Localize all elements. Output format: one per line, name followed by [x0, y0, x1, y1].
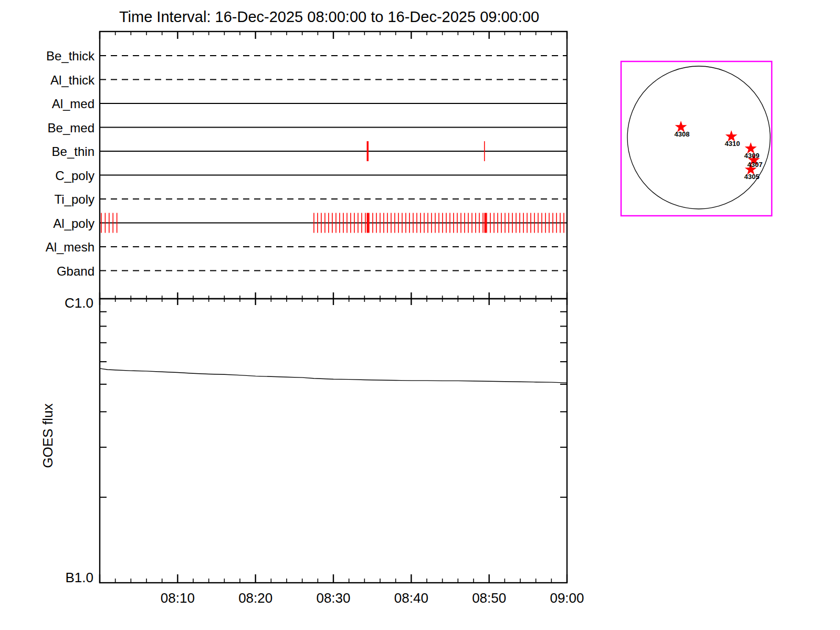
goes-ylabel: GOES flux	[40, 404, 56, 468]
active-region-label-4308: 4308	[675, 130, 690, 138]
goes-flux-curve	[100, 369, 567, 383]
timeline-border	[100, 32, 567, 299]
x-tick-label-08:40: 08:40	[394, 590, 428, 606]
filter-timeline-panel: Be_thickAl_thickAl_medBe_medBe_thinC_pol…	[46, 32, 567, 305]
active-region-label-4309: 4309	[744, 152, 760, 160]
filter-label-Ti_poly: Ti_poly	[55, 192, 94, 206]
filter-label-Be_thick: Be_thick	[46, 49, 95, 63]
x-tick-label-09:00: 09:00	[550, 590, 584, 606]
filter-label-Be_med: Be_med	[48, 121, 94, 135]
x-tick-label-08:20: 08:20	[238, 590, 272, 606]
goes-y-top-label: C1.0	[65, 295, 93, 311]
x-tick-label-08:30: 08:30	[316, 590, 350, 606]
filter-label-Al_thick: Al_thick	[50, 73, 95, 87]
plot-title: Time Interval: 16-Dec-2025 08:00:00 to 1…	[119, 8, 539, 25]
goes-border	[100, 299, 567, 583]
x-tick-label-08:50: 08:50	[472, 590, 506, 606]
solar-limb-circle	[627, 66, 770, 209]
filter-label-Gband: Gband	[57, 264, 94, 278]
active-region-label-4310: 4310	[725, 140, 740, 148]
active-region-label-4307: 4307	[748, 161, 763, 169]
solar-disk-panel: 43084310430943074305	[621, 61, 772, 216]
goes-y-bottom-label: B1.0	[66, 570, 94, 585]
filter-label-Al_mesh: Al_mesh	[46, 240, 94, 254]
active-region-label-4305: 4305	[744, 173, 760, 181]
xrt-goes-monitor-plot: Time Interval: 16-Dec-2025 08:00:00 to 1…	[0, 0, 840, 630]
filter-label-Al_poly: Al_poly	[53, 216, 94, 230]
goes-flux-panel: 08:1008:2008:3008:4008:5009:00	[100, 299, 584, 606]
filter-label-Al_med: Al_med	[52, 97, 94, 111]
plot-canvas: Time Interval: 16-Dec-2025 08:00:00 to 1…	[0, 0, 840, 630]
filter-label-C_poly: C_poly	[55, 169, 94, 183]
solar-disk-frame	[621, 61, 772, 216]
filter-label-Be_thin: Be_thin	[52, 144, 94, 159]
x-tick-label-08:10: 08:10	[161, 590, 195, 606]
